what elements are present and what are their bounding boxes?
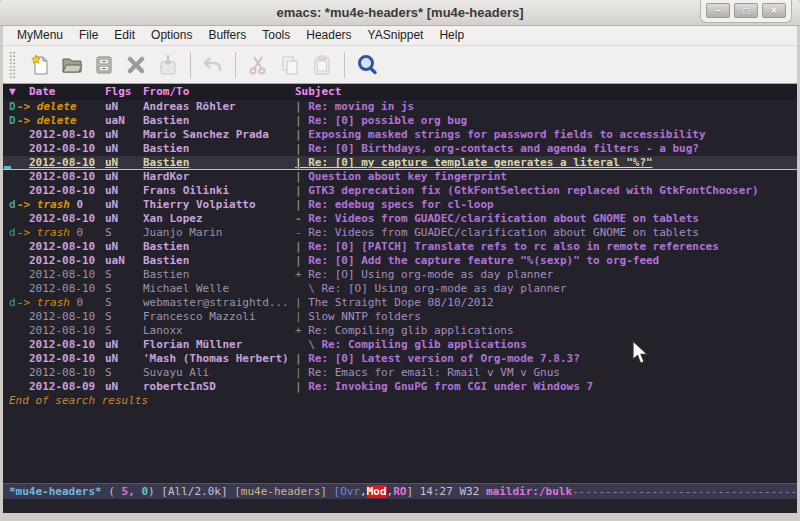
message-row[interactable]: 2012-08-10SBastien+ Re: [O] Using org-mo…: [3, 268, 797, 282]
close-button[interactable]: ×: [762, 3, 786, 18]
menu-item-edit[interactable]: Edit: [106, 26, 143, 45]
maximize-button[interactable]: □: [734, 3, 758, 18]
paste-icon: [306, 50, 338, 80]
close-buffer-icon[interactable]: [120, 50, 152, 80]
modeline-segment: (: [102, 485, 122, 498]
message-row[interactable]: D-> deleteuaNBastien| Re: [0] possible o…: [3, 114, 797, 128]
save-as-icon: [152, 50, 184, 80]
open-folder-icon[interactable]: [56, 50, 88, 80]
window-title: emacs: *mu4e-headers* [mu4e-headers]: [0, 0, 800, 26]
buffer-empty-space: [3, 408, 797, 483]
modeline-segment: ,: [360, 485, 367, 498]
message-row[interactable]: 2012-08-10uNFrans Oilinki| GTK3 deprecat…: [3, 184, 797, 198]
message-row[interactable]: 2012-08-10SFrancesco Mazzoli| Slow NNTP …: [3, 310, 797, 324]
window-controls: – □ ×: [700, 0, 792, 23]
minimize-button[interactable]: –: [706, 3, 730, 18]
menu-item-headers[interactable]: Headers: [298, 26, 359, 45]
toolbar-separator: [344, 52, 345, 78]
modeline-segment: Mod: [367, 485, 387, 498]
text-cursor: [4, 166, 11, 169]
emacs-window: emacs: *mu4e-headers* [mu4e-headers] – □…: [0, 0, 800, 521]
column-header-from: From/To: [143, 84, 295, 100]
menu-item-mymenu[interactable]: MyMenu: [9, 26, 71, 45]
frame: MyMenuFileEditOptionsBuffersToolsHeaders…: [0, 26, 800, 517]
message-row[interactable]: 2012-08-09uNrobertcInSD| Re: Invoking Gn…: [3, 380, 797, 394]
menubar: MyMenuFileEditOptionsBuffersToolsHeaders…: [3, 26, 797, 45]
message-row[interactable]: 2012-08-10SMichael Welle \ Re: [O] Using…: [3, 282, 797, 296]
column-header-flags: Flgs: [105, 84, 143, 100]
modeline-segment: [All/2.0k]: [161, 485, 234, 498]
message-row[interactable]: 2012-08-10uN'Mash (Thomas Herbert)| Re: …: [3, 352, 797, 366]
message-row[interactable]: d-> trash 0Swebmaster@straightd...| The …: [3, 296, 797, 310]
toolbar-separator: [235, 52, 236, 78]
message-list: D-> deleteuNAndreas Röhler| Re: moving i…: [3, 100, 797, 394]
modeline-segment: ]: [406, 485, 419, 498]
minibuffer[interactable]: [3, 499, 797, 513]
menu-item-help[interactable]: Help: [431, 26, 472, 45]
column-header-date: Date: [17, 84, 105, 100]
modeline-segment: ----------------------------------------: [572, 485, 797, 498]
message-row[interactable]: 2012-08-10uNFlorian Müllner \ Re: Compil…: [3, 338, 797, 352]
end-of-results: End of search results: [3, 394, 797, 408]
mu4e-headers-buffer: ▼DateFlgsFrom/ToSubject D-> deleteuNAndr…: [3, 84, 797, 499]
toolbar: [3, 45, 797, 84]
modeline-segment: 14:27 W32: [420, 485, 486, 498]
modeline: *mu4e-headers* ( 5, 0) [All/2.0k] [mu4e-…: [3, 483, 797, 499]
message-row[interactable]: 2012-08-10uNHardKor| Question about key …: [3, 170, 797, 184]
menu-item-file[interactable]: File: [71, 26, 106, 45]
menu-item-yasnippet[interactable]: YASnippet: [360, 26, 432, 45]
save-icon[interactable]: [88, 50, 120, 80]
message-row[interactable]: d-> trash 0SJuanjo Marin- Re: Videos fro…: [3, 226, 797, 240]
modeline-segment: [mu4e-headers]: [234, 485, 333, 498]
undo-icon: [197, 50, 229, 80]
message-row[interactable]: 2012-08-10SLanoxx+ Re: Compiling glib ap…: [3, 324, 797, 338]
message-row[interactable]: 2012-08-10uNBastien| Re: [0] my capture …: [3, 156, 797, 170]
new-file-icon[interactable]: [24, 50, 56, 80]
modeline-segment: Ovr: [340, 485, 360, 498]
message-row[interactable]: d-> trash 0uNThierry Volpiatto| Re: edeb…: [3, 198, 797, 212]
modeline-segment: ): [148, 485, 161, 498]
message-row[interactable]: 2012-08-10uNBastien| Re: [0] Birthdays, …: [3, 142, 797, 156]
message-row[interactable]: 2012-08-10uNMario Sanchez Prada| Exposin…: [3, 128, 797, 142]
menu-item-options[interactable]: Options: [143, 26, 200, 45]
sort-indicator-icon: ▼: [3, 84, 17, 100]
toolbar-drag-handle[interactable]: [9, 51, 16, 79]
column-header-subject: Subject: [295, 85, 341, 98]
cut-icon: [242, 50, 274, 80]
menu-item-tools[interactable]: Tools: [254, 26, 298, 45]
modeline-segment: ,: [128, 485, 141, 498]
modeline-segment: RO: [393, 485, 406, 498]
message-row[interactable]: 2012-08-10uaNBastien| Re: [0] Add the ca…: [3, 254, 797, 268]
message-row[interactable]: 2012-08-10uNXan Lopez- Re: Videos from G…: [3, 212, 797, 226]
copy-icon: [274, 50, 306, 80]
titlebar[interactable]: emacs: *mu4e-headers* [mu4e-headers] – □…: [0, 0, 800, 26]
message-row[interactable]: 2012-08-10SSuvayu Ali| Re: Emacs for ema…: [3, 366, 797, 380]
modeline-segment: *mu4e-headers*: [9, 485, 102, 498]
modeline-segment: maildir:/bulk: [486, 485, 572, 498]
headers-header-line: ▼DateFlgsFrom/ToSubject: [3, 84, 797, 100]
message-row[interactable]: 2012-08-10uNBastien| Re: [0] [PATCH] Tra…: [3, 240, 797, 254]
search-icon[interactable]: [351, 50, 383, 80]
menu-item-buffers[interactable]: Buffers: [200, 26, 254, 45]
toolbar-separator: [190, 52, 191, 78]
message-row[interactable]: D-> deleteuNAndreas Röhler| Re: moving i…: [3, 100, 797, 114]
